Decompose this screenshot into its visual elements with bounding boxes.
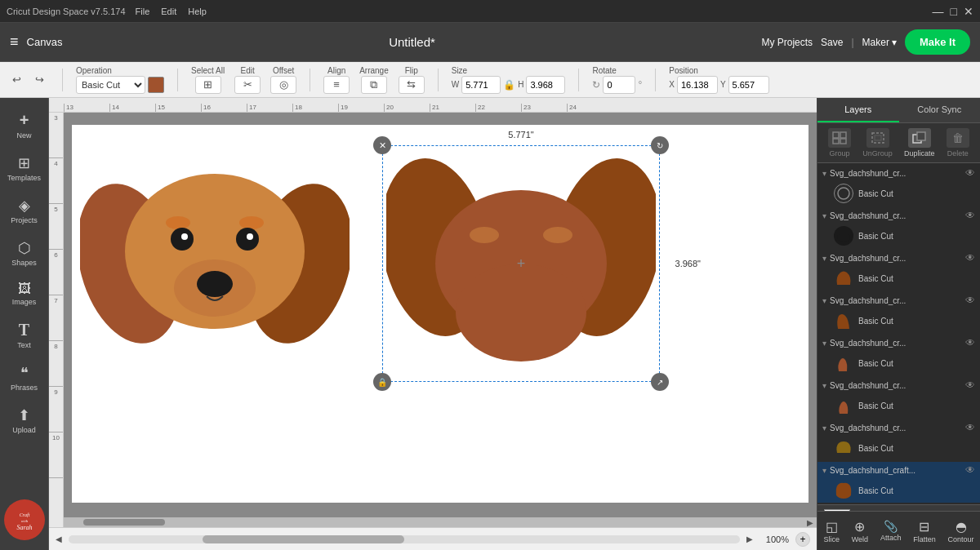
menu-edit[interactable]: Edit [161, 7, 176, 16]
new-icon: + [20, 111, 29, 130]
layer-item-2[interactable]: Basic Cut [817, 224, 980, 248]
close-button[interactable]: ✕ [964, 5, 973, 18]
text-icon: T [19, 321, 29, 339]
hamburger-menu[interactable]: ≡ [10, 33, 19, 51]
undo-button[interactable]: ↩ [7, 70, 26, 90]
scroll-right-arrow2[interactable]: ▶ [746, 534, 753, 543]
flatten-button[interactable]: ⊟ Flatten [913, 519, 936, 543]
layer-item-4[interactable]: Basic Cut [817, 308, 980, 333]
layer-group-1-visibility[interactable]: 👁 [965, 167, 975, 179]
edit-button[interactable]: ✂ [234, 76, 261, 94]
flip-button[interactable]: ⇆ [399, 76, 425, 94]
layer-item-7[interactable]: Basic Cut [817, 436, 980, 460]
layer-item-8[interactable]: Basic Cut [817, 478, 980, 503]
blank-canvas-item[interactable]: Blank Canvas ▶ [817, 504, 980, 511]
contour-button[interactable]: ◓ Contour [948, 519, 974, 543]
layer-item-6[interactable]: Basic Cut [817, 393, 980, 418]
svg-point-7 [166, 216, 190, 229]
bottom-bar: ◀ ▶ 100% + [49, 527, 817, 550]
layer-group-8-visibility[interactable]: 👁 [965, 464, 975, 476]
arrange-button[interactable]: ⧉ [361, 76, 387, 94]
offset-button[interactable]: ◎ [270, 76, 296, 94]
size-w-input[interactable] [461, 76, 501, 94]
horizontal-scroll-track[interactable] [69, 535, 740, 543]
rotate-label: Rotate [592, 66, 642, 75]
zoom-plus-button[interactable]: + [795, 532, 810, 547]
layer-item-3[interactable]: Basic Cut [817, 266, 980, 291]
delete-button[interactable]: 🗑 Delete [947, 128, 969, 157]
weld-icon: ⊕ [854, 519, 865, 534]
weld-button[interactable]: ⊕ Weld [852, 519, 868, 543]
operation-select[interactable]: Basic Cut [76, 76, 145, 94]
minimize-button[interactable]: — [933, 5, 944, 18]
layer-group-4-visibility[interactable]: 👁 [965, 295, 975, 306]
arrange-label: Arrange [359, 66, 389, 75]
position-x-label: X [669, 80, 675, 89]
layer-group-2-header[interactable]: ▾ Svg_dachshund_cr... 👁 [817, 207, 980, 224]
handle-top-right[interactable]: ↻ [651, 136, 669, 154]
make-it-button[interactable]: Make It [905, 29, 970, 55]
sidebar-item-new[interactable]: + New [3, 104, 46, 146]
layer-item-1[interactable]: Basic Cut [817, 181, 980, 206]
select-all-button[interactable]: ⊞ [195, 76, 221, 94]
maker-button[interactable]: Maker ▾ [862, 37, 897, 48]
align-button[interactable]: ≡ [323, 76, 350, 94]
menu-help[interactable]: Help [188, 7, 207, 16]
layer-group-6-header[interactable]: ▾ Svg_dachshund_cr... 👁 [817, 377, 980, 393]
layer-group-8-header[interactable]: ▾ Svg_dachshund_craft... 👁 [817, 462, 980, 478]
sidebar-item-shapes[interactable]: ⬡ Shapes [3, 233, 46, 273]
layer-group-7-header[interactable]: ▾ Svg_dachshund_cr... 👁 [817, 419, 980, 436]
redo-button[interactable]: ↪ [29, 70, 49, 90]
layer-group-4-header[interactable]: ▾ Svg_dachshund_cr... 👁 [817, 292, 980, 308]
sidebar-item-upload[interactable]: ⬆ Upload [3, 400, 46, 441]
layer-item-5[interactable]: Basic Cut [817, 351, 980, 375]
operation-color[interactable] [148, 77, 164, 93]
attach-button[interactable]: 📎 Attach [880, 520, 902, 542]
layer-group-2-visibility[interactable]: 👁 [965, 210, 975, 221]
duplicate-button[interactable]: Duplicate [904, 128, 935, 157]
menu-bar[interactable]: File Edit Help [136, 7, 207, 16]
handle-bottom-right[interactable]: ↗ [651, 373, 669, 391]
dog-right-image[interactable]: 5.771" 3.968" ✕ ↻ 🔒 ↗ + [386, 149, 656, 378]
my-projects-button[interactable]: My Projects [761, 37, 813, 48]
scroll-left-arrow[interactable]: ◀ [56, 534, 62, 543]
horizontal-scrollbar[interactable]: ▶ [64, 517, 817, 527]
layer-group-3-visibility[interactable]: 👁 [965, 252, 975, 264]
layer-group-6-visibility[interactable]: 👁 [965, 379, 975, 391]
sidebar-item-phrases-label: Phrases [11, 384, 38, 392]
sidebar-item-phrases[interactable]: ❝ Phrases [3, 357, 46, 398]
rotate-input[interactable] [603, 76, 635, 94]
tab-color-sync[interactable]: Color Sync [899, 98, 981, 122]
scroll-thumb[interactable] [83, 519, 165, 526]
sidebar-item-images[interactable]: 🖼 Images [3, 275, 46, 313]
sidebar-item-projects[interactable]: ◈ Projects [3, 190, 46, 231]
position-y-input[interactable] [728, 76, 769, 94]
slice-button[interactable]: ◱ Slice [823, 519, 840, 543]
layer-group-7-visibility[interactable]: 👁 [965, 422, 975, 433]
ungroup-button[interactable]: UnGroup [862, 128, 893, 157]
position-x-input[interactable] [677, 76, 718, 94]
tab-layers[interactable]: Layers [817, 98, 899, 122]
sidebar-item-templates-label: Templates [7, 174, 41, 182]
layer-group-1: ▾ Svg_dachshund_cr... 👁 Basic Cut [817, 165, 980, 206]
size-h-label: H [518, 80, 523, 89]
svg-text:with: with [20, 519, 28, 523]
maximize-button[interactable]: □ [951, 5, 957, 18]
scroll-right-arrow[interactable]: ▶ [807, 518, 813, 527]
dog-left-image[interactable] [80, 133, 350, 370]
layer-group-1-header[interactable]: ▾ Svg_dachshund_cr... 👁 [817, 165, 980, 181]
sidebar-item-text[interactable]: T Text [3, 314, 46, 356]
handle-top-left[interactable]: ✕ [373, 136, 391, 154]
group-button[interactable]: Group [828, 128, 851, 157]
menu-file[interactable]: File [136, 7, 150, 16]
layer-group-5-header[interactable]: ▾ Svg_dachshund_cr... 👁 [817, 335, 980, 351]
dog-left-svg [80, 133, 350, 370]
save-button[interactable]: Save [821, 37, 843, 48]
layer-group-3-header[interactable]: ▾ Svg_dachshund_cr... 👁 [817, 250, 980, 266]
size-h-input[interactable] [526, 76, 565, 94]
layer-group-5-visibility[interactable]: 👁 [965, 337, 975, 348]
canvas-viewport[interactable]: 5.771" 3.968" ✕ ↻ 🔒 ↗ + [64, 113, 817, 527]
sidebar-item-templates[interactable]: ⊞ Templates [3, 148, 46, 189]
layer-thumb-5 [834, 353, 853, 373]
handle-bottom-left[interactable]: 🔒 [373, 373, 391, 391]
